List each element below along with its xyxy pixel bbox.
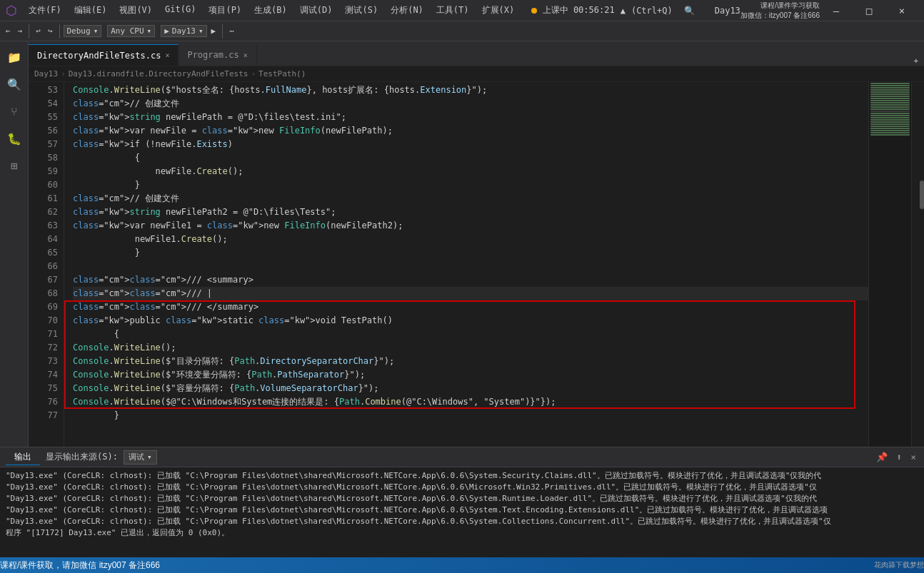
sidebar-git[interactable]: ⑂ [1,98,27,124]
menu-file[interactable]: 文件(F) [23,3,67,18]
line-number: 57 [29,138,58,151]
project-dropdown[interactable]: ▶Day13▾ [161,25,206,37]
sidebar-extensions[interactable]: ⊞ [1,153,27,178]
config-dropdown[interactable]: Debug▾ [64,25,102,37]
minimap-line [870,106,910,108]
platform-dropdown[interactable]: Any CPU▾ [107,25,155,37]
minimap-line [870,126,910,127]
toolbar-forward[interactable]: → [15,25,26,37]
output-move[interactable]: ⬆ [894,452,904,462]
line-number: 56 [29,124,58,138]
menu-git[interactable]: Git(G) [159,3,201,18]
code-line: { [73,151,868,165]
scroll-thumb[interactable] [920,181,924,209]
minimize-button[interactable]: — [820,0,853,21]
toolbar-more[interactable]: ⋯ [226,25,237,37]
menu-view[interactable]: 视图(V) [114,3,158,18]
code-line: } [73,246,868,260]
minimap-line [870,96,910,97]
code-line: Console.WriteLine($"目录分隔符: {Path.Directo… [73,355,868,368]
minimap-line [870,87,910,88]
code-line: Console.WriteLine($"hosts全名: {hosts.Full… [73,83,868,97]
code-line: { [73,328,868,341]
code-line: class="kw">if (!newFile.Exists) [73,138,868,151]
breadcrumb-part1[interactable]: Day13 [34,69,58,78]
line-number: 73 [29,355,58,368]
output-source-dropdown[interactable]: 调试▾ [124,450,157,465]
tab-close-1[interactable]: × [165,51,169,59]
minimap-line [870,115,910,116]
toolbar-redo[interactable]: ↪ [45,25,56,37]
toolbar-run[interactable]: ▶ [209,25,219,37]
code-line: class="cm">class="cm">/// | [73,287,868,300]
sidebar-debug[interactable]: 🐛 [1,126,27,151]
output-controls: 📌 ⬆ × [874,452,918,462]
menu-tools[interactable]: 工具(T) [431,3,475,18]
output-line: "Day13.exe" (CoreCLR: clrhost): 已加载 "C:\… [6,470,918,482]
session-arrow[interactable]: ▲ [621,6,626,16]
line-number: 59 [29,165,58,178]
line-number: 58 [29,151,58,165]
output-pin[interactable]: 📌 [874,452,890,462]
line-number: 65 [29,246,58,260]
line-number: 71 [29,328,58,341]
tabs-bar: DirectoryAndFileTests.cs × Program.cs × … [29,41,924,66]
output-source-label: 显示输出来源(S): [46,451,118,463]
breadcrumb-part2[interactable]: Day13.dirandfile.DirectoryAndFileTests [69,69,248,78]
minimap-line [870,100,910,101]
toolbar-undo[interactable]: ↩ [33,25,44,37]
banner-text: 课程/课件获取，请加微信 itzy007 备注666 [0,559,160,572]
menu-edit[interactable]: 编辑(E) [69,3,113,18]
session-dot [531,8,537,14]
line-number: 68 [29,287,58,300]
line-number: 70 [29,314,58,328]
output-content: "Day13.exe" (CoreCLR: clrhost): 已加载 "C:\… [0,467,924,557]
line-number: 69 [29,300,58,314]
tab-close-2[interactable]: × [243,51,248,59]
minimap-line [870,83,910,84]
toolbar: ← → ↩ ↪ Debug▾ Any CPU▾ ▶Day13▾ ▶ ⋯ [0,21,924,41]
minimap-line [870,111,910,112]
toolbar-sep3 [222,24,223,39]
toolbar-sep1 [29,24,29,39]
line-number: 75 [29,382,58,395]
minimap-line [870,98,910,99]
session-label: 上课中 00:56:21 [543,4,615,16]
sidebar-explorer[interactable]: 📁 [1,44,27,70]
menu-test[interactable]: 测试(S) [339,3,383,18]
toolbar-back[interactable]: ← [3,25,14,37]
line-number: 62 [29,206,58,219]
add-tab-button[interactable]: + [908,56,924,66]
line-number: 77 [29,409,58,422]
menu-extend[interactable]: 扩展(X) [476,3,521,18]
course-info-header: 课程/课件学习获取 加微信：itzy007 备注666 [740,1,820,21]
window-title: Day13 [715,6,740,16]
title-center: 上课中 00:56:21 ▲ (Ctrl+Q) 🔍 Day13 [531,4,740,16]
output-tab-output[interactable]: 输出 [6,450,40,465]
tab-program[interactable]: Program.cs × [179,44,256,66]
menu-analyze[interactable]: 分析(N) [385,3,429,18]
output-panel: 输出 显示输出来源(S): 调试▾ 📌 ⬆ × "Day13.exe" (Cor… [0,447,924,557]
minimap-line [870,132,910,133]
line-number: 63 [29,219,58,233]
sidebar-search[interactable]: 🔍 [1,71,27,97]
menu-debug[interactable]: 调试(D) [294,3,338,18]
line-number: 67 [29,273,58,287]
minimap-line [870,89,910,91]
search-icon[interactable]: 🔍 [684,6,695,16]
output-line: "Day13.exe" (CoreCLR: clrhost): 已加载 "C:\… [6,516,918,527]
line-number: 66 [29,260,58,273]
close-button[interactable]: × [885,0,918,21]
maximize-button[interactable]: □ [853,0,885,21]
minimap-line [870,108,910,110]
minimap-line [870,123,910,125]
code-line: Console.WriteLine($"容量分隔符: {Path.VolumeS… [73,382,868,395]
menu-build[interactable]: 生成(B) [248,3,293,18]
menu-project[interactable]: 项目(P) [203,3,247,18]
breadcrumb-part3[interactable]: TestPath() [258,69,306,78]
tab-directory-file-tests[interactable]: DirectoryAndFileTests.cs × [29,44,179,66]
output-close[interactable]: × [908,452,918,462]
minimap-line [870,93,910,95]
line-number: 55 [29,111,58,124]
code-line: Console.WriteLine($@"C:\Windows和System连接… [73,395,868,409]
